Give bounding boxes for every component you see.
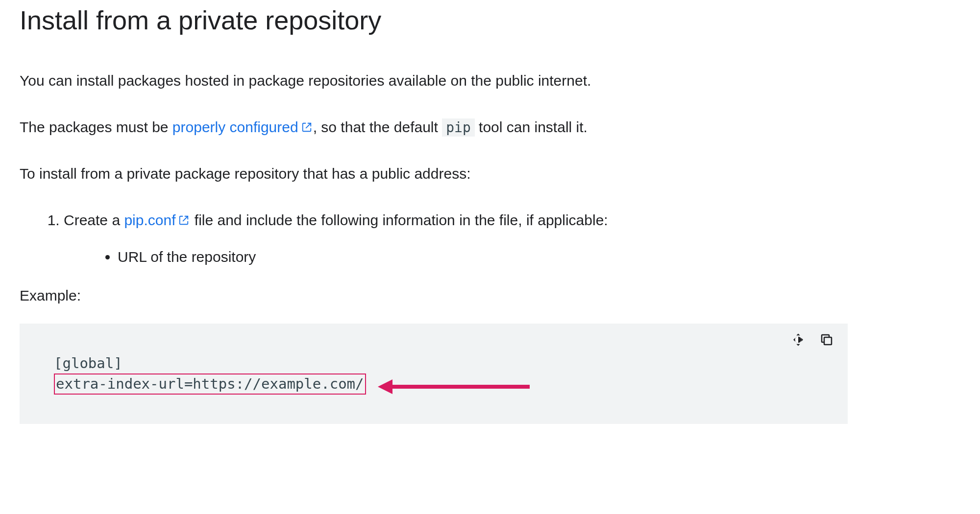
properly-configured-link[interactable]: properly configured (172, 119, 313, 135)
pip-conf-link[interactable]: pip.conf (124, 212, 190, 228)
code-line-1: [global] (54, 353, 828, 374)
external-link-icon (178, 215, 189, 226)
highlighted-code: extra-index-url=https://example.com/ (54, 374, 366, 395)
svg-rect-1 (824, 337, 832, 345)
text-fragment: file and include the following informati… (190, 212, 608, 228)
pip-code: pip (442, 118, 475, 137)
text-fragment: tool can install it. (475, 119, 588, 135)
text-fragment: The packages must be (20, 119, 172, 135)
steps-list: Create a pip.conf file and include the f… (20, 209, 960, 268)
toggle-theme-button[interactable] (791, 332, 806, 347)
text-fragment: Create a (64, 212, 124, 228)
step-1-sublist: URL of the repository (64, 246, 960, 268)
code-line-2-wrap: extra-index-url=https://example.com/ (54, 374, 828, 395)
step-1-sub-1: URL of the repository (118, 246, 960, 268)
step-1: Create a pip.conf file and include the f… (64, 209, 960, 268)
intro-paragraph-2: The packages must be properly configured… (20, 116, 960, 138)
code-toolbar (791, 332, 834, 347)
intro-paragraph-3: To install from a private package reposi… (20, 163, 960, 185)
text-fragment: , so that the default (313, 119, 442, 135)
link-text: pip.conf (124, 212, 175, 228)
example-label: Example: (20, 287, 960, 304)
external-link-icon (301, 122, 312, 133)
link-text: properly configured (172, 119, 298, 135)
annotation-arrow (378, 379, 530, 394)
code-block: [global] extra-index-url=https://example… (20, 324, 848, 424)
intro-paragraph-1: You can install packages hosted in packa… (20, 70, 960, 92)
section-heading: Install from a private repository (20, 5, 960, 35)
copy-button[interactable] (819, 332, 834, 347)
